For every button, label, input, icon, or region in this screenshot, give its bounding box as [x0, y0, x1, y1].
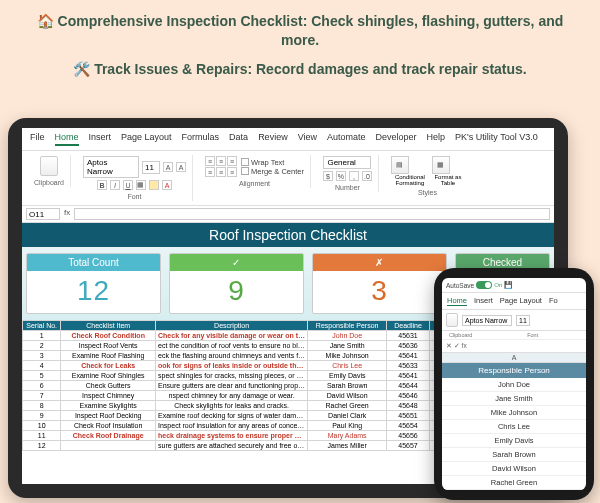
cell[interactable]: Paul King	[308, 421, 387, 431]
fill-color-icon[interactable]	[149, 180, 159, 190]
cell[interactable]: 45648	[387, 401, 430, 411]
list-item[interactable]: Sarah Brown	[442, 448, 586, 462]
decimal-inc-icon[interactable]: .0	[362, 171, 372, 181]
increase-font-icon[interactable]: A	[163, 162, 173, 172]
cell[interactable]: Inspect Roof Vents	[61, 341, 156, 351]
phone-col-header[interactable]: A	[442, 353, 586, 363]
decrease-font-icon[interactable]: A	[176, 162, 186, 172]
cell[interactable]: 45641	[387, 351, 430, 361]
list-item[interactable]: Rachel Green	[442, 476, 586, 490]
cell[interactable]: Ensure gutters are clear and functioning…	[156, 381, 308, 391]
phone-size-select[interactable]: 11	[516, 315, 530, 326]
cell[interactable]: James Miller	[308, 441, 387, 451]
cell[interactable]: 45657	[387, 441, 430, 451]
italic-icon[interactable]: I	[110, 180, 120, 190]
formula-input[interactable]	[74, 208, 550, 220]
cell[interactable]: eck the flashing around chimneys and ven…	[156, 351, 308, 361]
name-box[interactable]	[26, 208, 60, 220]
paste-icon[interactable]	[40, 156, 58, 176]
pmenu-fo[interactable]: Fo	[549, 296, 558, 306]
currency-icon[interactable]: $	[323, 171, 333, 181]
cell[interactable]: Daniel Clark	[308, 411, 387, 421]
cell[interactable]: Mary Adams	[308, 431, 387, 441]
cell[interactable]: Mike Johnson	[308, 351, 387, 361]
number-format-select[interactable]: General	[323, 156, 371, 169]
cell[interactable]: Sarah Brown	[308, 381, 387, 391]
phone-font-select[interactable]: Aptos Narrow	[462, 315, 512, 326]
cell[interactable]: Check Roof Condition	[61, 331, 156, 341]
cell[interactable]: 45656	[387, 431, 430, 441]
cell[interactable]	[61, 441, 156, 451]
menu-automate[interactable]: Automate	[327, 132, 366, 146]
th-serial[interactable]: Serial No.	[23, 321, 61, 331]
cell[interactable]: Examine roof decking for signs of water …	[156, 411, 308, 421]
alignment-grid[interactable]: ≡≡≡ ≡≡≡	[205, 156, 237, 177]
th-person[interactable]: Responsible Person	[308, 321, 387, 331]
cell[interactable]: 11	[23, 431, 61, 441]
cell[interactable]: John Doe	[308, 331, 387, 341]
cell[interactable]: 4	[23, 361, 61, 371]
cell[interactable]: Rachel Green	[308, 401, 387, 411]
conditional-formatting-icon[interactable]: ▤	[391, 156, 409, 174]
underline-icon[interactable]: U	[123, 180, 133, 190]
menu-utility-tool[interactable]: PK's Utility Tool V3.0	[455, 132, 538, 146]
autosave-toggle[interactable]	[476, 281, 492, 289]
cell[interactable]: 45654	[387, 421, 430, 431]
cell[interactable]: Inspect Chimney	[61, 391, 156, 401]
cell[interactable]: Examine Roof Flashing	[61, 351, 156, 361]
cell[interactable]: 45631	[387, 331, 430, 341]
pmenu-layout[interactable]: Page Layout	[500, 296, 542, 306]
cell[interactable]: 7	[23, 391, 61, 401]
cell[interactable]: 45636	[387, 341, 430, 351]
th-item[interactable]: Checklist Item	[61, 321, 156, 331]
cell[interactable]: 6	[23, 381, 61, 391]
menu-review[interactable]: Review	[258, 132, 288, 146]
fx-icon[interactable]: fx	[64, 208, 70, 220]
cell[interactable]: 9	[23, 411, 61, 421]
cell[interactable]: heck drainage systems to ensure proper w…	[156, 431, 308, 441]
list-item[interactable]: David Wilson	[442, 462, 586, 476]
phone-paste-icon[interactable]	[446, 313, 458, 327]
menu-help[interactable]: Help	[427, 132, 446, 146]
cell[interactable]: ook for signs of leaks inside or outside…	[156, 361, 308, 371]
cell[interactable]: 45641	[387, 371, 430, 381]
cell[interactable]: 45633	[387, 361, 430, 371]
cell[interactable]: Check skylights for leaks and cracks.	[156, 401, 308, 411]
cell[interactable]: David Wilson	[308, 391, 387, 401]
list-item[interactable]: Emily Davis	[442, 434, 586, 448]
cell[interactable]: Examine Roof Shingles	[61, 371, 156, 381]
menu-insert[interactable]: Insert	[89, 132, 112, 146]
cell[interactable]: Check Gutters	[61, 381, 156, 391]
font-name-select[interactable]: Aptos Narrow	[83, 156, 139, 178]
cell[interactable]: Check for any visible damage or wear on …	[156, 331, 308, 341]
cell[interactable]: ect the condition of roof vents to ensur…	[156, 341, 308, 351]
cell[interactable]: nspect chimney for any damage or wear.	[156, 391, 308, 401]
menu-data[interactable]: Data	[229, 132, 248, 146]
cell[interactable]: Inspect Roof Decking	[61, 411, 156, 421]
font-size-select[interactable]: 11	[142, 161, 160, 174]
menu-home[interactable]: Home	[55, 132, 79, 146]
cell[interactable]: 5	[23, 371, 61, 381]
comma-icon[interactable]: ,	[349, 171, 359, 181]
menu-view[interactable]: View	[298, 132, 317, 146]
th-desc[interactable]: Description	[156, 321, 308, 331]
cell[interactable]: 2	[23, 341, 61, 351]
cell[interactable]: sure gutters are attached securely and f…	[156, 441, 308, 451]
th-deadline[interactable]: Deadline	[387, 321, 430, 331]
cell[interactable]: Check Roof Drainage	[61, 431, 156, 441]
phone-fx-icon[interactable]: ✕ ✓ fx	[446, 342, 467, 350]
cell[interactable]: Check Roof Insulation	[61, 421, 156, 431]
cell[interactable]: Emily Davis	[308, 371, 387, 381]
menu-file[interactable]: File	[30, 132, 45, 146]
percent-icon[interactable]: %	[336, 171, 346, 181]
merge-center-button[interactable]: Merge & Center	[241, 167, 304, 176]
cell[interactable]: 45644	[387, 381, 430, 391]
cell[interactable]: 12	[23, 441, 61, 451]
cell[interactable]: 45651	[387, 411, 430, 421]
cell[interactable]: Chris Lee	[308, 361, 387, 371]
cell[interactable]: spect shingles for cracks, missing piece…	[156, 371, 308, 381]
cell[interactable]: 1	[23, 331, 61, 341]
format-table-icon[interactable]: ▦	[432, 156, 450, 174]
list-item[interactable]: John Doe	[442, 378, 586, 392]
menu-page-layout[interactable]: Page Layout	[121, 132, 172, 146]
